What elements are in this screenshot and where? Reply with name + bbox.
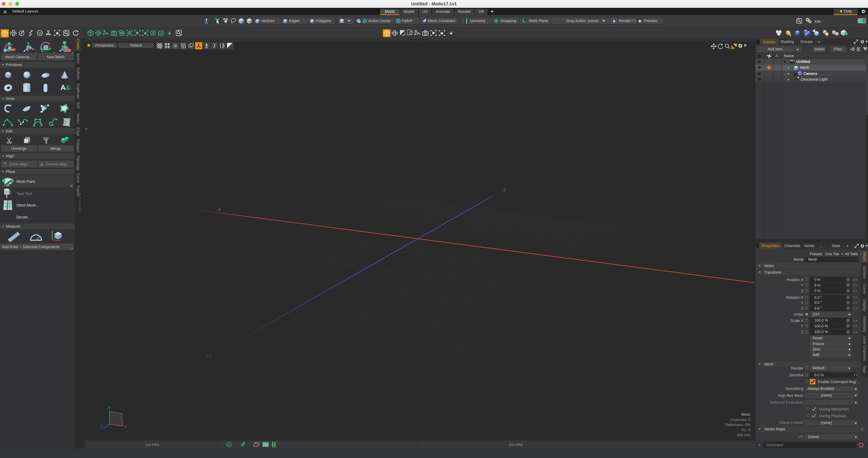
svg-text:X: X	[124, 424, 127, 428]
svg-text:Z: Z	[100, 424, 103, 429]
svg-text:Y: Y	[108, 406, 111, 410]
